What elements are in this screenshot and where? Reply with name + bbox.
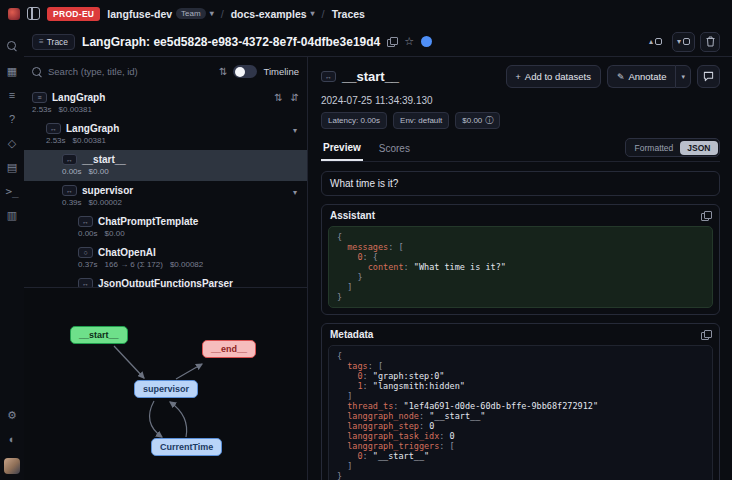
breadcrumb-separator: / <box>221 8 224 20</box>
observation-tree: ⇅ ⇵ ≡ LangGraph 2.53s $0.00381 ↔ LangGra… <box>24 84 307 314</box>
add-to-datasets-button[interactable]: + Add to datasets <box>506 65 601 88</box>
graph-node-start[interactable]: __start__ <box>70 326 128 344</box>
section-name: Traces <box>332 8 365 20</box>
tree-row-trace-langgraph[interactable]: ≡ LangGraph 2.53s $0.00381 <box>24 88 307 119</box>
section-breadcrumb[interactable]: Traces <box>332 8 365 20</box>
latency-value: 0.37s <box>78 260 98 269</box>
format-option-json[interactable]: JSON <box>680 141 717 155</box>
timeline-toggle-label: Timeline <box>263 66 299 77</box>
cost-value: $0.00 <box>105 229 125 238</box>
graph-node-supervisor[interactable]: supervisor <box>134 380 198 398</box>
comment-bubble-icon <box>703 71 714 82</box>
public-share-icon[interactable] <box>421 36 432 47</box>
search-icon[interactable] <box>7 41 17 53</box>
annotate-dropdown-caret[interactable]: ▾ <box>675 65 691 88</box>
prompts-icon[interactable]: ▤ <box>7 162 17 173</box>
metadata-card: Metadata { tags: [ 0: "graph:step:0" 1: … <box>321 323 720 480</box>
org-breadcrumb[interactable]: langfuse-dev Team ▾ <box>107 8 213 20</box>
trace-tree-panel: ⇅ Timeline ⇅ ⇵ ≡ LangGraph 2.53s $0.0038… <box>24 57 308 480</box>
star-icon[interactable]: ☆ <box>404 35 414 48</box>
span-icon: ↔ <box>78 216 93 227</box>
trace-header-bar: ≡ Trace LangGraph: ee5d5828-e983-4372-8e… <box>24 27 732 57</box>
add-to-datasets-label: Add to datasets <box>525 71 591 82</box>
tree-row-span-langgraph[interactable]: ↔ LangGraph 2.53s $0.00381 ▾ <box>24 119 307 150</box>
sort-icon[interactable]: ⇅ <box>219 66 227 77</box>
cost-value: $0.00381 <box>73 136 106 145</box>
playground-icon[interactable]: >_ <box>5 186 18 197</box>
cost-value: $0.00002 <box>89 198 122 207</box>
plus-icon: + <box>516 72 521 82</box>
input-message-box: What time is it? <box>321 171 720 196</box>
copy-trace-id-icon[interactable] <box>387 37 397 47</box>
project-breadcrumb[interactable]: docs-examples ▾ <box>231 8 315 20</box>
tree-row-span-start[interactable]: ↔ __start__ 0.00s $0.00 <box>24 150 307 181</box>
list-tree-icon: ≡ <box>39 37 44 46</box>
sidebar-toggle-icon[interactable] <box>27 7 40 20</box>
app-sidebar-rail: ▦ ≡ ? ◇ ▤ >_ ▥ ⚙ ◐ <box>0 27 24 480</box>
observation-label: LangGraph <box>52 92 105 103</box>
tracing-icon[interactable]: ≡ <box>9 90 15 101</box>
observation-title: __start__ <box>342 69 399 84</box>
environment-pill: Env: default <box>393 112 449 129</box>
trace-title: LangGraph: ee5d5828-e983-4372-8e7f-04dfb… <box>82 35 380 49</box>
langfuse-logo <box>8 8 20 20</box>
square-icon <box>655 38 662 45</box>
copy-metadata-icon[interactable] <box>701 330 711 340</box>
observation-label: supervisor <box>82 185 133 196</box>
assistant-card-title: Assistant <box>330 210 375 221</box>
square-icon <box>683 38 690 45</box>
tree-row-span-chatprompttemplate[interactable]: ↔ ChatPromptTemplate 0.00s $0.00 <box>24 212 307 243</box>
comment-button[interactable] <box>697 65 720 88</box>
user-avatar[interactable] <box>4 458 20 474</box>
org-name: langfuse-dev <box>107 8 172 20</box>
tree-row-generation-chatopenai[interactable]: ○ ChatOpenAI 0.37s 166 → 6 (Σ 172) $0.00… <box>24 243 307 274</box>
metadata-card-title: Metadata <box>330 329 373 340</box>
datasets-icon[interactable]: ▥ <box>7 210 17 221</box>
observation-label: __start__ <box>82 154 126 165</box>
latency-value: 0.00s <box>78 229 98 238</box>
trace-type-badge: ≡ Trace <box>32 34 75 50</box>
agent-graph-panel: __start__ __end__ supervisor CurrentTime <box>24 287 307 480</box>
magnifier-icon <box>7 41 17 51</box>
graph-node-end[interactable]: __end__ <box>202 340 256 358</box>
format-option-formatted[interactable]: Formatted <box>628 141 681 155</box>
info-icon[interactable]: ⓘ <box>485 115 493 126</box>
observation-label: LangGraph <box>66 123 119 134</box>
latency-badge: Latency: 0.00s <box>321 112 387 129</box>
support-icon[interactable]: ? <box>9 114 15 125</box>
assistant-output-card: Assistant { messages: [ 0: { content: "W… <box>321 204 720 315</box>
delete-trace-button[interactable] <box>700 32 720 52</box>
span-icon: ↔ <box>62 154 77 165</box>
observation-badges: Latency: 0.00s Env: default $0.00 ⓘ <box>321 112 720 129</box>
previous-trace-button[interactable]: ▴ <box>644 32 667 52</box>
dashboard-icon[interactable]: ▦ <box>7 66 17 77</box>
detail-header: ↔ __start__ + Add to datasets ✎ Annotate… <box>321 65 720 88</box>
latency-value: 0.39s <box>62 198 82 207</box>
span-icon: ↔ <box>62 185 77 196</box>
next-trace-button[interactable]: ▾ <box>672 32 695 52</box>
evals-icon[interactable]: ◇ <box>8 138 16 149</box>
copy-output-icon[interactable] <box>701 211 711 221</box>
token-usage: 166 → 6 (Σ 172) <box>105 260 163 269</box>
tree-search-input[interactable] <box>48 66 213 77</box>
generation-icon: ○ <box>78 247 93 258</box>
graph-node-currenttime[interactable]: CurrentTime <box>151 438 222 456</box>
observation-timestamp: 2024-07-25 11:34:39.130 <box>321 95 720 106</box>
environment-badge: PROD-EU <box>47 7 100 21</box>
tree-row-span-supervisor[interactable]: ↔ supervisor 0.39s $0.00002 ▾ <box>24 181 307 212</box>
breadcrumb-separator: / <box>322 8 325 20</box>
latency-value: 2.53s <box>32 105 52 114</box>
tab-preview[interactable]: Preview <box>321 138 363 161</box>
trace-type-label: Trace <box>47 37 68 47</box>
chevron-down-icon: ▾ <box>311 9 315 18</box>
tab-scores[interactable]: Scores <box>377 139 412 160</box>
metadata-json-code: { tags: [ 0: "graph:step:0" 1: "langsmit… <box>337 351 704 480</box>
format-toggle: Formatted JSON <box>625 138 720 157</box>
tree-search-box[interactable] <box>48 66 213 77</box>
timeline-toggle[interactable] <box>233 65 257 78</box>
settings-gear-icon[interactable]: ⚙ <box>7 410 17 421</box>
theme-toggle-icon[interactable]: ◐ <box>9 434 16 445</box>
chevron-down-icon[interactable]: ▾ <box>293 126 297 135</box>
annotate-button[interactable]: ✎ Annotate <box>607 65 676 88</box>
chevron-down-icon[interactable]: ▾ <box>293 188 297 197</box>
